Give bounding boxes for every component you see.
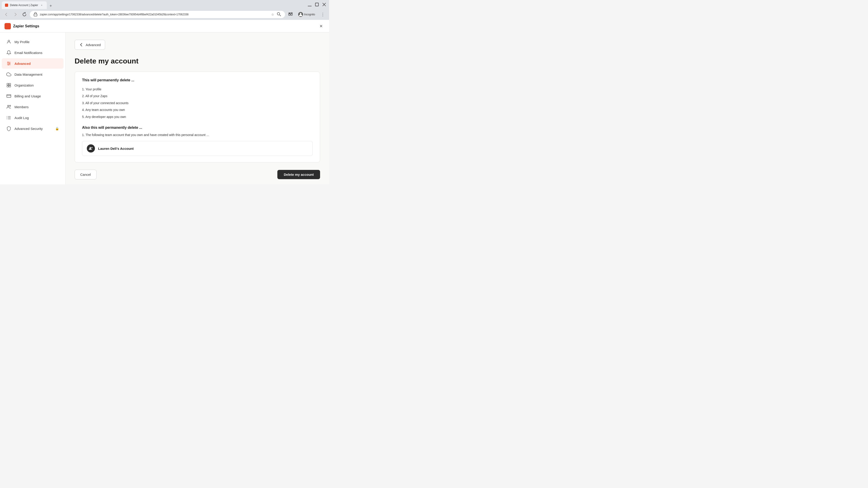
app-logo-text: Zapier Settings [13,24,39,28]
sidebar-item-label: Audit Log [14,116,29,120]
sidebar-item-advanced-security[interactable]: Advanced Security 🔒 [2,123,64,134]
svg-rect-21 [7,86,8,87]
sidebar-item-organization[interactable]: Organization [2,80,64,90]
delete-items-list: 1. Your profile 2. All of your Zaps 3. A… [82,86,313,120]
incognito-button[interactable]: Incognito [296,11,317,18]
svg-point-18 [8,64,9,65]
cancel-button[interactable]: Cancel [74,170,96,180]
billing-icon [6,94,11,98]
delete-item-5: 5. Any developer apps you own [82,113,313,120]
sidebar-item-email-notifications[interactable]: Email Notifications [2,47,64,58]
svg-rect-20 [9,84,11,85]
sidebar-item-label: Members [14,105,29,109]
svg-rect-23 [7,95,11,98]
sidebar: My Profile Email Notifications Advanced [0,33,66,184]
audit-log-icon [6,115,11,120]
svg-point-11 [300,13,302,14]
sidebar-item-label: My Profile [14,40,30,44]
svg-rect-4 [34,14,37,16]
svg-rect-22 [9,86,11,87]
back-arrow-icon [79,42,84,47]
svg-line-6 [280,15,281,16]
app-container: Zapier Settings ✕ My Profile [0,20,329,184]
sidebar-item-label: Advanced [14,62,31,66]
delete-account-button[interactable]: Delete my account [277,170,320,179]
svg-point-25 [8,105,9,107]
svg-point-34 [91,147,92,148]
svg-rect-1 [315,3,318,6]
back-button-label: Advanced [86,43,101,47]
cloud-icon [6,72,11,77]
browser-menu-button[interactable]: ⋮ [319,11,327,18]
svg-rect-7 [289,14,290,15]
sidebar-item-billing-usage[interactable]: Billing and Usage [2,91,64,101]
new-tab-button[interactable]: + [48,3,54,9]
delete-item-2: 2. All of your Zaps [82,93,313,99]
address-lock-icon [33,12,38,18]
incognito-avatar [298,12,303,17]
bell-icon [6,50,11,55]
refresh-button[interactable] [21,11,28,18]
sidebar-item-audit-log[interactable]: Audit Log [2,112,64,123]
svg-point-16 [8,62,8,63]
address-icons: ☆ [271,11,282,18]
svg-point-26 [9,105,11,107]
close-window-button[interactable] [321,1,327,8]
page-title: Delete my account [74,57,320,65]
also-delete-description: 1. The following team account that you o… [82,132,313,137]
organization-icon [6,83,11,88]
address-bar[interactable]: zapier.com/app/settings/17062338/advance… [30,11,285,18]
forward-nav-button[interactable] [12,11,19,18]
address-bar-row: zapier.com/app/settings/17062338/advance… [0,9,329,20]
svg-rect-19 [7,84,8,85]
window-controls [307,1,327,8]
sidebar-item-label: Email Notifications [14,51,42,55]
sliders-icon [6,61,11,66]
svg-rect-8 [291,14,292,15]
delete-item-3: 3. All of your connected accounts [82,100,313,106]
shield-icon [6,126,11,131]
main-layout: My Profile Email Notifications Advanced [0,33,329,184]
app-close-button[interactable]: ✕ [317,23,324,30]
minimize-button[interactable] [307,1,313,8]
maximize-button[interactable] [314,1,320,8]
back-nav-button[interactable] [3,11,10,18]
also-delete-title: Also this will permanently delete ... [82,126,313,130]
sidebar-item-label: Advanced Security [14,127,43,131]
back-to-advanced-button[interactable]: Advanced [74,40,105,50]
sidebar-item-advanced[interactable]: Advanced [2,58,64,69]
active-tab[interactable]: Delete Account | Zapier × [2,1,47,9]
sidebar-item-label: Data Management [14,72,42,76]
sidebar-item-members[interactable]: Members [2,102,64,112]
sidebar-item-label: Organization [14,84,34,87]
svg-point-17 [9,63,10,64]
search-icon[interactable] [276,11,282,18]
svg-point-12 [8,40,9,42]
members-icon [6,104,11,109]
account-avatar [87,144,95,153]
delete-item-4: 4. Any team accounts you own [82,106,313,113]
actions-row: Cancel Delete my account [74,170,320,180]
permanently-delete-title: This will permanently delete ... [82,78,313,82]
tab-close-button[interactable]: × [40,3,43,7]
extensions-button[interactable] [287,11,294,18]
browser-titlebar: Delete Account | Zapier × + [0,0,329,9]
tab-favicon [5,4,8,7]
person-icon [6,39,11,44]
incognito-label: Incognito [304,13,315,16]
sidebar-item-label: Billing and Usage [14,94,41,98]
tab-title: Delete Account | Zapier [10,4,38,7]
content-area: Advanced Delete my account This will per… [66,33,329,184]
account-name: Lauren Deli's Account [98,147,133,151]
zapier-logo-icon [4,23,11,29]
browser-frame: Delete Account | Zapier × + [0,0,329,184]
app-logo: Zapier Settings [4,23,39,29]
bookmark-icon[interactable]: ☆ [271,12,275,17]
svg-point-33 [90,147,91,149]
team-account-item: Lauren Deli's Account [82,141,313,156]
app-header: Zapier Settings ✕ [0,20,329,33]
sidebar-item-my-profile[interactable]: My Profile [2,37,64,47]
tab-bar: Delete Account | Zapier × + [2,0,54,9]
sidebar-item-data-management[interactable]: Data Management [2,69,64,79]
lock-indicator-icon: 🔒 [55,127,59,130]
